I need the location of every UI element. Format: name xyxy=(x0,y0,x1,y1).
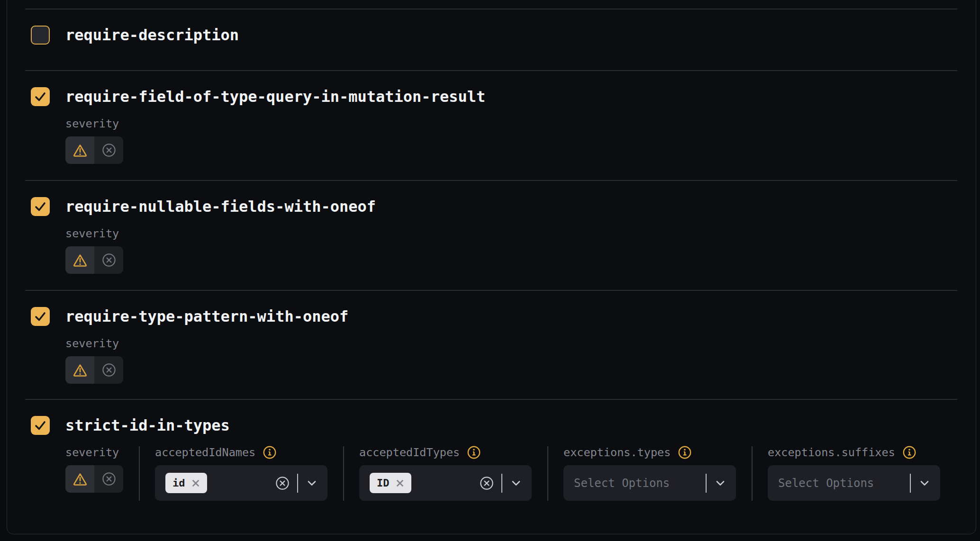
tag-chip: ID xyxy=(370,473,411,493)
column-divider xyxy=(139,446,140,501)
rule-name: strict-id-in-types xyxy=(65,416,230,434)
rule-name: require-field-of-type-query-in-mutation-… xyxy=(65,88,485,106)
clear-selection-icon[interactable] xyxy=(275,476,290,490)
rule-checkbox-unchecked[interactable] xyxy=(31,26,50,45)
circle-x-icon xyxy=(102,472,116,486)
info-icon[interactable] xyxy=(903,446,916,459)
severity-off-button[interactable] xyxy=(94,465,123,493)
chevron-down-icon[interactable] xyxy=(510,477,522,489)
rule-name: require-type-pattern-with-oneof xyxy=(65,307,348,325)
rules-config-panel: require-description require-field-of-typ… xyxy=(7,0,976,534)
rule-row-strict-id-in-types: strict-id-in-types severity xyxy=(25,399,957,533)
rule-row-require-description: require-description xyxy=(25,9,957,70)
severity-option: severity xyxy=(65,446,123,501)
severity-label: severity xyxy=(65,337,119,350)
severity-toggle-group xyxy=(65,465,123,493)
rule-row-require-field-of-type-query-in-mutation-result: require-field-of-type-query-in-mutation-… xyxy=(25,70,957,180)
severity-warn-button[interactable] xyxy=(65,136,94,164)
acceptedIdTypes-label: acceptedIdTypes xyxy=(359,446,460,459)
severity-toggle-group xyxy=(65,356,123,384)
rule-checkbox-checked[interactable] xyxy=(31,87,50,106)
select-placeholder: Select Options xyxy=(574,477,670,490)
tag-text: id xyxy=(172,477,185,489)
severity-option: severity xyxy=(65,337,123,384)
exceptions-suffixes-label: exceptions.suffixes xyxy=(768,446,895,459)
chevron-down-icon[interactable] xyxy=(918,477,931,489)
severity-toggle-group xyxy=(65,136,123,164)
acceptedIdNames-label: acceptedIdNames xyxy=(155,446,255,459)
severity-off-button[interactable] xyxy=(94,356,123,384)
select-divider xyxy=(910,474,911,493)
checkmark-icon xyxy=(31,87,50,106)
rule-row-require-nullable-fields-with-oneof: require-nullable-fields-with-oneof sever… xyxy=(25,180,957,290)
severity-label: severity xyxy=(65,227,119,240)
select-divider xyxy=(501,474,502,493)
rule-checkbox-checked[interactable] xyxy=(31,307,50,326)
acceptedIdNames-multiselect[interactable]: id xyxy=(155,465,327,501)
circle-x-icon xyxy=(102,253,116,267)
tag-text: ID xyxy=(377,477,390,489)
chevron-down-icon[interactable] xyxy=(306,477,318,489)
checkmark-icon xyxy=(31,197,50,216)
acceptedIdTypes-option: acceptedIdTypes ID xyxy=(359,446,532,501)
severity-warn-button[interactable] xyxy=(65,246,94,274)
info-icon[interactable] xyxy=(678,446,691,459)
warning-triangle-icon xyxy=(73,143,87,157)
remove-tag-icon[interactable] xyxy=(191,479,200,487)
severity-toggle-group xyxy=(65,246,123,274)
warning-triangle-icon xyxy=(73,472,87,486)
severity-label: severity xyxy=(65,446,119,459)
select-placeholder: Select Options xyxy=(778,477,874,490)
acceptedIdNames-option: acceptedIdNames id xyxy=(155,446,327,501)
exceptions-types-label: exceptions.types xyxy=(563,446,671,459)
rule-checkbox-checked[interactable] xyxy=(31,197,50,216)
rule-row-require-type-pattern-with-oneof: require-type-pattern-with-oneof severity xyxy=(25,290,957,399)
exceptions-suffixes-multiselect[interactable]: Select Options xyxy=(768,465,940,501)
exceptions-suffixes-option: exceptions.suffixes Select Options xyxy=(768,446,940,501)
warning-triangle-icon xyxy=(73,363,87,377)
rule-name: require-description xyxy=(65,26,239,44)
select-divider xyxy=(706,474,707,493)
checkmark-icon xyxy=(31,307,50,326)
column-divider xyxy=(547,446,548,501)
tag-chip: id xyxy=(165,473,207,493)
info-icon[interactable] xyxy=(467,446,481,459)
clear-selection-icon[interactable] xyxy=(480,476,494,490)
severity-off-button[interactable] xyxy=(94,136,123,164)
remove-tag-icon[interactable] xyxy=(396,479,404,487)
severity-off-button[interactable] xyxy=(94,246,123,274)
circle-x-icon xyxy=(102,363,116,377)
severity-warn-button[interactable] xyxy=(65,465,94,493)
column-divider xyxy=(752,446,753,501)
circle-x-icon xyxy=(102,143,116,157)
acceptedIdTypes-multiselect[interactable]: ID xyxy=(359,465,532,501)
severity-option: severity xyxy=(65,117,123,164)
column-divider xyxy=(343,446,344,501)
exceptions-types-option: exceptions.types Select Options xyxy=(563,446,736,501)
warning-triangle-icon xyxy=(73,253,87,267)
severity-label: severity xyxy=(65,117,119,130)
rule-name: require-nullable-fields-with-oneof xyxy=(65,198,376,216)
exceptions-types-multiselect[interactable]: Select Options xyxy=(563,465,736,501)
severity-option: severity xyxy=(65,227,123,274)
chevron-down-icon[interactable] xyxy=(714,477,726,489)
checkmark-icon xyxy=(31,416,50,435)
rule-checkbox-checked[interactable] xyxy=(31,416,50,435)
info-icon[interactable] xyxy=(263,446,276,459)
select-divider xyxy=(297,474,298,493)
card-top-spacer xyxy=(7,0,976,9)
severity-warn-button[interactable] xyxy=(65,356,94,384)
